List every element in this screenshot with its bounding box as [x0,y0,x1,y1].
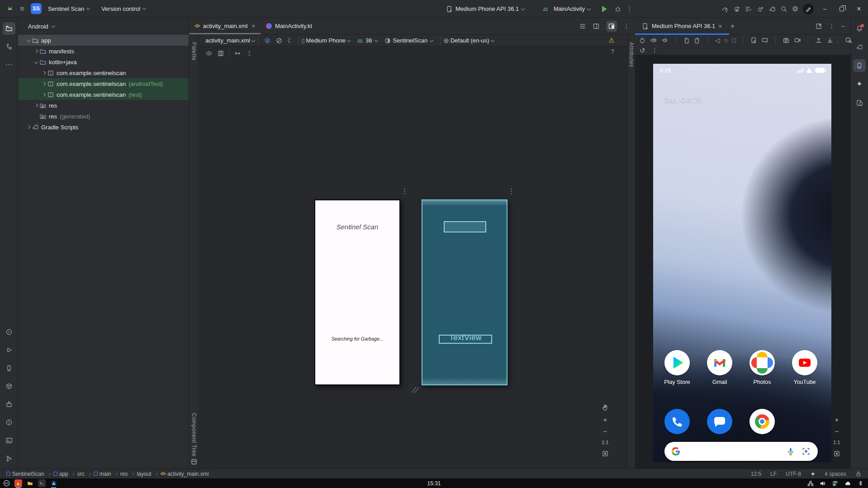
caret-position-widget[interactable]: 12:5 [751,471,761,477]
blueprint-title-textview[interactable] [444,221,486,232]
tree-item-res-generated[interactable]: res (generated) [18,111,189,122]
list-sync-icon[interactable] [745,5,752,13]
app-youtube[interactable]: YouTube [783,350,826,385]
problems-toolwindow-button[interactable] [3,416,15,429]
lens-search-icon[interactable] [802,447,811,456]
run-button[interactable] [602,6,607,12]
chevron-collapsed-icon[interactable] [34,103,38,107]
palette-tab[interactable]: Palette [191,42,197,61]
breadcrumb-src[interactable]: src [77,471,91,477]
theme-selector[interactable]: SentinelScan [393,37,428,44]
design-surface-selector-icon[interactable] [264,37,271,44]
line-separator-widget[interactable]: LF [770,471,777,477]
breadcrumb-app[interactable]: app [53,471,75,477]
more-tool-windows-icon[interactable]: ⋯ [3,58,15,71]
design-view-icon[interactable] [606,21,617,32]
chevron-collapsed-icon[interactable] [42,92,46,96]
download-icon[interactable] [826,37,834,44]
tree-item-package-main[interactable]: com.example.sentinelscan [18,67,189,78]
commit-toolwindow-button[interactable] [3,40,15,53]
component-tree-tab[interactable]: Component Tree [191,413,197,456]
app-chrome[interactable] [741,409,783,434]
structure-view-icon[interactable] [579,23,586,30]
vertical-constraint-icon[interactable] [246,50,253,57]
tree-item-gradle-scripts[interactable]: Gradle Scripts [18,122,189,133]
hide-panel-icon[interactable]: − [841,23,845,29]
chevron-collapsed-icon[interactable] [42,81,46,85]
packages-toolwindow-button[interactable] [3,380,15,393]
device-mirror-toolwindow-button[interactable] [3,362,15,374]
zoom-in-button[interactable]: + [603,416,607,423]
color-mode-icon[interactable] [275,37,283,44]
device-selector[interactable]: Medium Phone API 36.1 [455,5,525,12]
pan-hand-icon[interactable] [602,404,609,411]
voice-search-icon[interactable] [786,447,795,456]
breadcrumb-res[interactable]: res [120,471,134,477]
design-preview[interactable]: Sentinel Scan Searching for Garbage... [314,199,400,385]
back-button-icon[interactable]: ◁ [715,37,720,43]
debug-button[interactable] [614,5,621,13]
tree-item-app[interactable]: app [18,35,189,46]
unlocked-icon[interactable] [855,471,862,477]
project-toolwindow-button[interactable] [3,22,15,35]
minimize-window-button[interactable]: − [818,3,831,15]
overview-button-icon[interactable]: □ [732,37,735,43]
tree-item-kotlin-java[interactable]: kotlin+java [18,57,189,67]
horizontal-constraint-icon[interactable] [234,50,241,57]
attributes-tab[interactable]: Attributes [628,42,635,67]
api-level-selector[interactable]: 36 [365,37,372,44]
orientation-icon[interactable] [217,50,224,57]
google-search-bar[interactable] [664,442,818,461]
chevron-collapsed-icon[interactable] [42,71,46,74]
logcat-toolwindow-button[interactable] [3,326,15,338]
warning-icon[interactable]: ⚠ [608,37,614,44]
chevron-collapsed-icon[interactable] [34,49,38,52]
emulator-screen[interactable]: 3:29 Sat, Oct 25 Play Store Gmail [653,64,831,462]
tree-item-package-test[interactable]: com.example.sentinelscan (test) [18,89,189,100]
gradle-sync-icon[interactable] [768,5,776,13]
chevron-expanded-icon[interactable] [27,38,30,42]
canvas-resize-handle[interactable] [411,386,420,393]
settings-icon[interactable]: ⚙ [792,5,798,13]
app-play-store[interactable]: Play Store [656,350,698,385]
tree-item-manifests[interactable]: manifests [18,46,189,57]
rotate-left-icon[interactable] [683,37,690,44]
editor-options-icon[interactable]: ⋮ [623,23,630,29]
night-mode-icon[interactable]: ☾ [287,37,293,44]
version-control-menu[interactable]: Version control [101,5,147,12]
device-manager-toolwindow-button[interactable] [853,96,866,109]
app-photos[interactable]: Photos [741,350,783,385]
zoom-in-button[interactable]: + [835,416,839,423]
design-canvas[interactable]: ⋮ ⋮ Sentinel Scan Searching for Garbage.… [199,60,627,468]
home-button-icon[interactable]: ○ [724,37,728,43]
close-tab-icon[interactable]: × [251,23,255,29]
breadcrumb-file[interactable]: </>activity_main.xml [160,471,209,477]
running-devices-toolwindow-button[interactable] [853,59,866,72]
screenshot-icon[interactable] [783,37,790,44]
rotate-right-icon[interactable] [694,37,701,44]
attach-debugger-icon[interactable] [757,5,764,13]
project-selector[interactable]: Sentinel Scan [48,5,90,12]
upload-icon[interactable] [815,37,822,44]
notifications-button[interactable] [853,22,866,35]
breadcrumb-main[interactable]: main [94,471,118,477]
power-icon[interactable] [639,37,646,44]
blueprint-status-textview[interactable]: TextView [439,335,492,344]
locale-selector[interactable]: Default (en-us) [451,37,489,44]
main-menu-icon[interactable]: ≡ [20,5,24,13]
ai-assistant-icon[interactable] [803,4,814,14]
run-toolwindow-button[interactable] [3,344,15,356]
version-control-toolwindow-button[interactable] [3,452,15,465]
help-icon[interactable]: ? [611,48,614,55]
blueprint-preview-menu-icon[interactable]: ⋮ [508,187,515,195]
zoom-actual-button[interactable]: 1:1 [833,440,840,445]
refresh-a-icon[interactable] [733,5,740,13]
device-for-preview-selector[interactable]: Medium Phone [306,37,346,44]
volume-up-icon[interactable] [650,37,657,44]
component-tree-icon[interactable] [190,458,198,465]
chevron-expanded-icon[interactable] [34,60,38,63]
zoom-to-fit-icon[interactable] [602,450,609,457]
encoding-widget[interactable]: UTF-8 [786,471,801,477]
hardware-input-icon[interactable] [761,37,768,44]
run-configuration-selector[interactable]: MainActivity [554,5,591,12]
